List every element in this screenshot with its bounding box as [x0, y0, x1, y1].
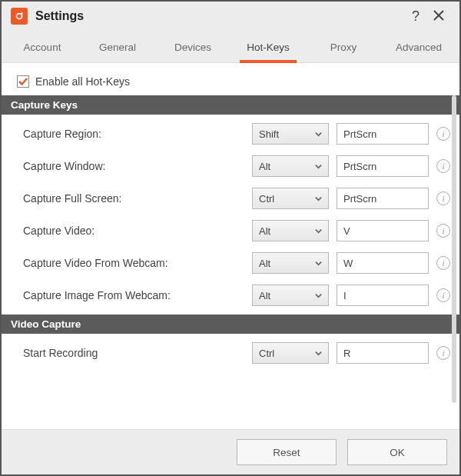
ok-button[interactable]: OK — [347, 439, 447, 465]
info-icon[interactable]: i — [436, 288, 450, 302]
help-button[interactable]: ? — [404, 8, 427, 25]
row-capture-region: Capture Region: Shift i — [2, 118, 459, 150]
enable-all-label: Enable all Hot-Keys — [35, 75, 130, 88]
scrollbar[interactable] — [452, 95, 456, 403]
chevron-down-icon — [315, 290, 322, 301]
modifier-value: Alt — [259, 161, 270, 172]
row-capture-video-webcam: Capture Video From Webcam: Alt i — [2, 247, 459, 279]
modifier-value: Alt — [259, 290, 270, 301]
key-input[interactable] — [337, 285, 429, 306]
row-label: Start Recording — [23, 347, 252, 359]
info-icon[interactable]: i — [436, 191, 450, 205]
key-input[interactable] — [337, 123, 429, 145]
window-title: Settings — [35, 9, 84, 23]
chevron-down-icon — [315, 225, 322, 237]
row-capture-video: Capture Video: Alt i — [2, 215, 459, 247]
modifier-dropdown[interactable]: Alt — [252, 220, 329, 241]
reset-button[interactable]: Reset — [237, 439, 337, 465]
section-header-video-capture: Video Capture — [2, 315, 459, 334]
video-capture-rows: Start Recording Ctrl i — [2, 334, 459, 372]
tab-account[interactable]: Account — [5, 31, 80, 62]
info-icon[interactable]: i — [436, 346, 450, 360]
modifier-dropdown[interactable]: Ctrl — [252, 342, 329, 364]
chevron-down-icon — [315, 161, 322, 172]
modifier-dropdown[interactable]: Shift — [252, 123, 329, 145]
tab-proxy[interactable]: Proxy — [306, 31, 381, 62]
close-button[interactable] — [427, 8, 450, 25]
row-label: Capture Video: — [23, 225, 252, 237]
section-header-capture-keys: Capture Keys — [2, 95, 459, 115]
modifier-value: Ctrl — [259, 193, 274, 205]
key-input[interactable] — [337, 342, 429, 364]
tab-bar: Account General Devices Hot-Keys Proxy A… — [2, 31, 459, 63]
modifier-dropdown[interactable]: Alt — [252, 252, 329, 274]
modifier-value: Shift — [259, 128, 279, 140]
svg-point-1 — [21, 12, 22, 14]
chevron-down-icon — [315, 193, 322, 205]
svg-point-0 — [17, 14, 22, 19]
tab-hot-keys[interactable]: Hot-Keys — [230, 31, 306, 62]
key-input[interactable] — [337, 220, 429, 241]
info-icon[interactable]: i — [436, 159, 450, 173]
row-label: Capture Region: — [23, 128, 252, 140]
key-input[interactable] — [337, 155, 429, 177]
chevron-down-icon — [315, 258, 322, 269]
key-input[interactable] — [337, 188, 429, 209]
capture-keys-rows: Capture Region: Shift i Capture Window: … — [2, 115, 459, 315]
enable-all-row: Enable all Hot-Keys — [2, 63, 459, 95]
modifier-value: Ctrl — [259, 348, 274, 359]
footer: Reset OK — [2, 429, 459, 474]
row-capture-image-webcam: Capture Image From Webcam: Alt i — [2, 279, 459, 311]
content-area: Enable all Hot-Keys Capture Keys Capture… — [2, 63, 459, 425]
row-start-recording: Start Recording Ctrl i — [2, 337, 459, 369]
chevron-down-icon — [315, 128, 322, 140]
tab-devices[interactable]: Devices — [155, 31, 230, 62]
key-input[interactable] — [337, 252, 429, 274]
modifier-value: Alt — [259, 225, 270, 237]
app-icon — [11, 8, 28, 25]
settings-window: Settings ? Account General Devices Hot-K… — [0, 0, 461, 476]
modifier-dropdown[interactable]: Alt — [252, 155, 329, 177]
modifier-value: Alt — [259, 258, 270, 269]
row-label: Capture Window: — [23, 160, 252, 172]
modifier-dropdown[interactable]: Ctrl — [252, 188, 329, 209]
enable-all-checkbox[interactable] — [17, 75, 29, 88]
modifier-dropdown[interactable]: Alt — [252, 285, 329, 306]
info-icon[interactable]: i — [436, 127, 450, 141]
tab-advanced[interactable]: Advanced — [381, 31, 456, 62]
row-label: Capture Image From Webcam: — [23, 289, 252, 301]
tab-general[interactable]: General — [80, 31, 155, 62]
row-label: Capture Full Screen: — [23, 192, 252, 205]
info-icon[interactable]: i — [436, 256, 450, 270]
info-icon[interactable]: i — [436, 224, 450, 238]
row-capture-window: Capture Window: Alt i — [2, 150, 459, 182]
titlebar: Settings ? — [2, 2, 459, 31]
chevron-down-icon — [315, 348, 322, 359]
row-label: Capture Video From Webcam: — [23, 257, 252, 269]
row-capture-full-screen: Capture Full Screen: Ctrl i — [2, 182, 459, 215]
